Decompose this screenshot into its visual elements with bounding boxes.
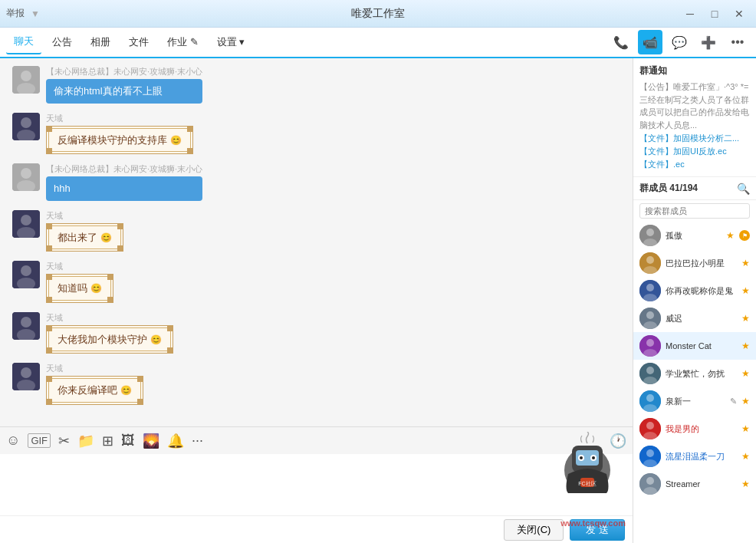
member-avatar [639,225,661,246]
more-input-button[interactable]: ··· [192,433,203,449]
member-item[interactable]: 我是男的★ [633,415,756,443]
file-link-1[interactable]: 【文件】加固模块分析二... [639,133,750,144]
bubble-emoji: 😊 [170,135,182,146]
bubble-corner-br [137,399,143,405]
bubble-corner-tr [107,274,113,280]
member-avatar [639,446,661,467]
member-star-icon: ★ [741,396,750,406]
message-row: 天域都出来了😊 [12,210,620,252]
member-item[interactable]: 学业繁忙，勿扰★ [633,360,756,387]
phone-button[interactable]: 📞 [609,30,633,54]
file-link-3[interactable]: 【文件】.ec [639,159,750,170]
file-link-2[interactable]: 【文件】加固UI反放.ec [639,146,750,157]
svg-point-13 [21,265,31,276]
member-item[interactable]: 泉新一✎★ [633,387,756,415]
close-button[interactable]: ✕ [728,5,750,22]
menubar: 聊天 公告 相册 文件 作业 ✎ 设置 ▾ 📞 📹 💬 ➕ ••• [0,28,756,58]
member-name: 流星泪温柔一刀 [666,451,737,462]
menu-homework[interactable]: 作业 ✎ [159,31,206,54]
bubble-corner-tl [46,223,52,229]
menu-chat[interactable]: 聊天 [6,30,41,54]
history-button[interactable]: 🕐 [610,433,626,449]
image-button[interactable]: 🖼 [121,433,135,449]
member-item[interactable]: 你再改昵称你是鬼★ [633,277,756,304]
group-chat-button[interactable]: 💬 [667,30,692,54]
member-badge: ⚑ [739,230,750,241]
message-content: 【未心网络总裁】未心网安·攻城狮·末小心偷来的html真的看不上眼 [46,66,202,104]
svg-point-1 [21,71,31,81]
message-sender: 天域 [46,312,173,324]
bubble-text: 都出来了 [58,232,97,243]
avatar [12,363,40,390]
svg-point-46 [646,449,654,457]
bubble-corner-br [107,297,113,303]
member-item[interactable]: 孤傲★⚑ [633,222,756,249]
maximize-button[interactable]: □ [704,5,725,22]
member-item[interactable]: Streamer★ [633,470,756,498]
chat-area: 【未心网络总裁】未心网安·攻城狮·末小心偷来的html真的看不上眼天域反编译模块… [0,58,633,543]
minimize-button[interactable]: ─ [679,5,701,22]
message-bubble: 你来反编译吧😊 [46,376,143,405]
member-star-icon: ★ [741,313,750,324]
member-star-icon: ★ [741,423,750,434]
message-bubble: hhh [46,176,202,201]
folder-button[interactable]: 📁 [77,433,94,449]
message-content: 天域反编译模块守护的支持库😊 [46,113,193,155]
svg-point-43 [646,422,654,429]
more-button[interactable]: ••• [725,30,750,54]
svg-point-19 [21,367,31,378]
message-row: 【未心网络总裁】未心网安·攻城狮·末小心偷来的html真的看不上眼 [12,66,620,104]
member-avatar [639,252,661,274]
member-item[interactable]: 巴拉巴拉小明星★ [633,249,756,277]
member-name: Monster Cat [666,341,737,350]
svg-point-34 [646,339,654,347]
notice-section: 群通知 【公告】唯爱工作室」·^3° *=三经在制写之类人员了各位群成员可以把自… [633,58,756,177]
member-item[interactable]: 流星泪温柔一刀★ [633,443,756,470]
right-panel: 群通知 【公告】唯爱工作室」·^3° *=三经在制写之类人员了各位群成员可以把自… [633,58,756,543]
member-star-icon: ★ [741,451,750,462]
message-bubble: 大佬我加个模块守护😊 [46,325,173,354]
search-members-input[interactable] [639,203,750,219]
message-content: 【未心网络总裁】未心网安·攻城狮·末小心hhh [46,163,202,201]
member-item[interactable]: Monster Cat★ [633,332,756,360]
chat-input-box[interactable] [6,460,626,509]
scissors-button[interactable]: ✂ [58,433,70,449]
menu-files[interactable]: 文件 [121,31,156,54]
member-item[interactable]: 威迟★ [633,304,756,332]
send-button[interactable]: 发 送 [570,519,625,541]
bell-button[interactable]: 🔔 [167,433,184,449]
screenshot-button[interactable]: ⊞ [102,433,113,449]
member-avatar [639,335,661,357]
members-header: 群成员 41/194 🔍 [633,177,756,200]
bubble-corner-bl [46,245,52,252]
bubble-text: 知道吗 [58,282,87,294]
member-avatar [639,473,661,495]
avatar [12,261,40,288]
bubble-corner-tr [167,325,173,331]
member-star-icon: ★ [741,285,750,296]
search-members-icon[interactable]: 🔍 [737,183,750,195]
bubble-corner-tl [46,126,52,132]
titlebar-controls: ─ □ ✕ [679,5,750,22]
menu-settings[interactable]: 设置 ▾ [209,31,253,54]
message-sender: 【未心网络总裁】未心网安·攻城狮·末小心 [46,66,202,77]
svg-point-31 [646,311,654,319]
menu-album[interactable]: 相册 [83,31,118,54]
video-button[interactable]: 📹 [638,30,662,54]
add-button[interactable]: ➕ [696,30,721,54]
svg-point-7 [21,168,31,179]
image2-button[interactable]: 🌄 [143,433,159,449]
bubble-emoji: 😊 [120,385,132,396]
svg-point-28 [646,284,654,291]
gif-button[interactable]: GIF [28,433,51,448]
menu-notice[interactable]: 公告 [44,31,80,54]
message-content: 天域都出来了😊 [46,210,123,252]
message-bubble: 知道吗😊 [46,274,113,303]
bubble-corner-bl [46,347,52,354]
close-chat-button[interactable]: 关闭(C) [504,519,564,541]
member-name: 泉新一 [666,396,725,407]
chat-messages[interactable]: 【未心网络总裁】未心网安·攻城狮·末小心偷来的html真的看不上眼天域反编译模块… [0,58,633,426]
report-button[interactable]: 举报 [6,7,25,20]
member-avatar [639,308,661,329]
emoji-button[interactable]: ☺ [6,433,20,449]
